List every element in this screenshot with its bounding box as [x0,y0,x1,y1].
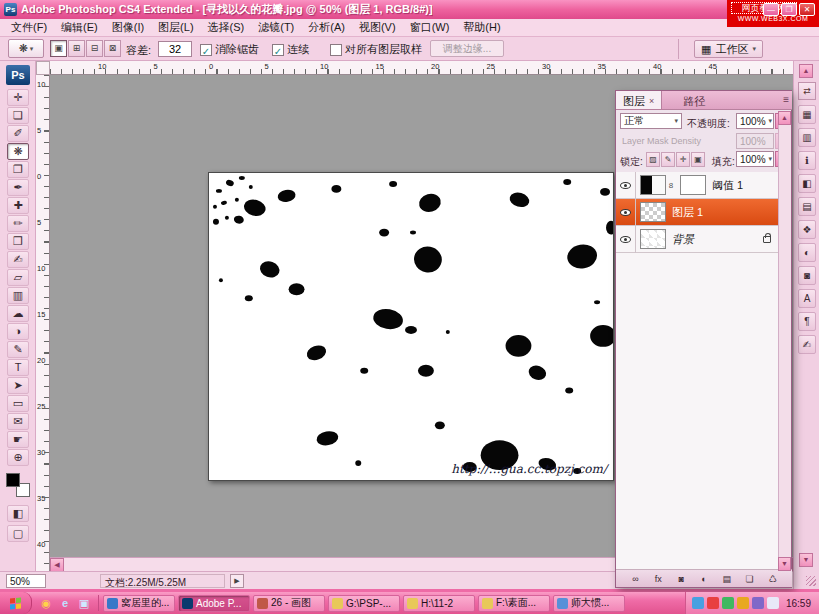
visibility-toggle[interactable] [616,199,636,226]
screen-mode-button[interactable]: ▢ [7,525,29,542]
document-canvas[interactable]: http://…gua.cc.topzj.com/ [208,172,614,481]
layer-name[interactable]: 图层 1 [672,205,703,220]
layer-row-background[interactable]: 背景 [616,226,779,253]
menu-item[interactable]: 文件(F) [4,19,54,36]
styles-panel-icon[interactable]: ❖ [798,220,816,239]
subtract-selection-mode[interactable]: ⊟ [86,40,103,57]
taskbar-button[interactable]: 师大惯... [553,595,625,612]
visibility-toggle[interactable] [616,172,636,199]
quicklaunch-media-icon[interactable]: ◉ [38,595,54,611]
histogram-panel-icon[interactable]: ▥ [798,128,816,147]
quicklaunch-desktop-icon[interactable]: ▣ [76,595,92,611]
link-layers-icon[interactable]: ∞ [627,574,643,584]
taskbar-button[interactable]: 26 - 画图 [253,595,325,612]
character-panel-icon[interactable]: A [798,289,816,308]
menu-item[interactable]: 帮助(H) [456,19,507,36]
scroll-down-icon[interactable]: ▼ [799,553,813,567]
notes-tool[interactable]: ✉ [7,413,29,430]
layer-row-threshold[interactable]: 8 阈值 1 [616,172,779,199]
scroll-up-icon[interactable]: ▲ [799,64,813,78]
crop-tool[interactable]: ❐ [7,161,29,178]
new-layer-icon[interactable]: ❏ [742,574,758,584]
paragraph-panel-icon[interactable]: ¶ [798,312,816,331]
tool-preset-picker[interactable]: ❋ ▾ [8,39,44,58]
tray-icon[interactable] [752,597,764,609]
panel-menu-icon[interactable]: ≡ [783,94,789,105]
taskbar-button[interactable]: H:\11-2 [403,595,475,612]
shape-tool[interactable]: ▭ [7,395,29,412]
intersect-selection-mode[interactable]: ⊠ [104,40,121,57]
status-flyout-button[interactable]: ▶ [230,574,244,588]
path-select-tool[interactable]: ➤ [7,377,29,394]
hand-tool[interactable]: ☛ [7,431,29,448]
zoom-tool[interactable]: ⊕ [7,449,29,466]
taskbar-button[interactable]: F:\素面... [478,595,550,612]
scroll-left-icon[interactable]: ◀ [50,558,64,572]
masks-panel-icon[interactable]: ◙ [798,266,816,285]
new-group-icon[interactable]: ▤ [719,574,735,584]
clock[interactable]: 16:59 [786,598,811,609]
layer-name[interactable]: 背景 [672,232,694,247]
menu-item[interactable]: 图层(L) [151,19,200,36]
magic-wand-tool[interactable]: ❋ [7,143,29,160]
eraser-tool[interactable]: ▱ [7,269,29,286]
taskbar-button[interactable]: G:\PSP-... [328,595,400,612]
type-tool[interactable]: T [7,359,29,376]
lock-all-icon[interactable]: ▣ [691,152,705,167]
clone-stamp-tool[interactable]: ❒ [7,233,29,250]
visibility-toggle[interactable] [616,226,636,253]
quicklaunch-ie-icon[interactable]: e [57,595,73,611]
move-tool[interactable]: ✛ [7,89,29,106]
menu-item[interactable]: 滤镜(T) [251,19,301,36]
adjustment-layer-icon[interactable]: ◐ [696,574,712,584]
lasso-tool[interactable]: ✐ [7,125,29,142]
add-mask-icon[interactable]: ◙ [673,574,689,584]
history-brush-tool[interactable]: ✍ [7,251,29,268]
quick-mask-button[interactable]: ◧ [7,505,29,522]
tab-layers[interactable]: 图层 × [616,91,662,109]
marquee-tool[interactable]: ❏ [7,107,29,124]
blur-tool[interactable]: ☁ [7,305,29,322]
scroll-up-icon[interactable]: ▲ [778,111,791,125]
layer-thumbnail[interactable] [640,202,666,222]
layer-row-layer1[interactable]: 图层 1 [616,199,779,226]
anti-alias-checkbox[interactable]: ✓ 消除锯齿 [200,42,259,57]
lock-pixels-icon[interactable]: ✎ [661,152,675,167]
foreground-color-swatch[interactable] [6,473,20,487]
contiguous-checkbox[interactable]: ✓ 连续 [272,42,309,57]
menu-item[interactable]: 选择(S) [201,19,252,36]
blend-mode-select[interactable]: 正常 ▾ [620,113,682,129]
close-button[interactable]: ✕ [799,3,815,16]
tolerance-input[interactable] [158,41,192,57]
color-swatches[interactable] [6,473,30,497]
zoom-level-input[interactable]: 50% [6,574,46,588]
scroll-down-icon[interactable]: ▼ [778,557,791,571]
menu-item[interactable]: 窗口(W) [403,19,457,36]
adjustment-layer-thumbnail[interactable] [640,175,666,195]
maximize-button[interactable]: ❐ [781,3,797,16]
opacity-input[interactable]: 100% ▾ [736,113,774,129]
fill-input[interactable]: 100% ▾ [736,151,774,167]
adjustments-panel-icon[interactable]: ◐ [798,243,816,262]
sample-all-layers-checkbox[interactable]: 对所有图层取样 [330,42,422,57]
info-panel-icon[interactable]: ℹ [798,151,816,170]
layer-thumbnail[interactable] [640,229,666,249]
taskbar-button[interactable]: Adobe P... [178,595,250,612]
minimize-button[interactable]: — [763,3,779,16]
add-selection-mode[interactable]: ⊞ [68,40,85,57]
menu-item[interactable]: 图像(I) [105,19,151,36]
expand-dock-button[interactable]: ⇄ [798,82,816,100]
layers-scrollbar[interactable]: ▲ ▼ [778,111,791,571]
pen-tool[interactable]: ✎ [7,341,29,358]
tray-icon[interactable] [767,597,779,609]
taskbar-button[interactable]: 窝居里的... [103,595,175,612]
history-panel-icon[interactable]: ✍ [798,335,816,354]
new-selection-mode[interactable]: ▣ [50,40,67,57]
tray-icon[interactable] [737,597,749,609]
menu-item[interactable]: 视图(V) [352,19,403,36]
layer-style-icon[interactable]: fx [650,574,666,584]
workspace-button[interactable]: ▦ 工作区 ▾ [694,40,763,58]
lock-position-icon[interactable]: ✛ [676,152,690,167]
title-bar[interactable]: Ps Adobe Photoshop CS4 Extended - [寻找以久的… [0,0,819,19]
brush-tool[interactable]: ✏ [7,215,29,232]
